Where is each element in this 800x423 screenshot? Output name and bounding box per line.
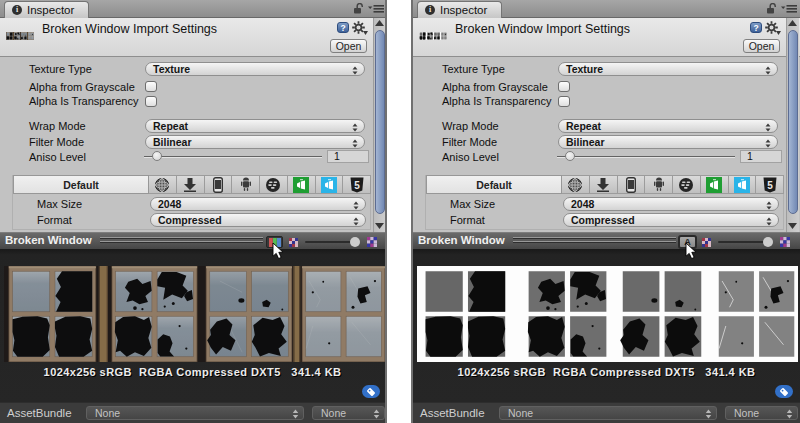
svg-text:5: 5 [354,179,360,190]
svg-text:5: 5 [767,179,773,190]
